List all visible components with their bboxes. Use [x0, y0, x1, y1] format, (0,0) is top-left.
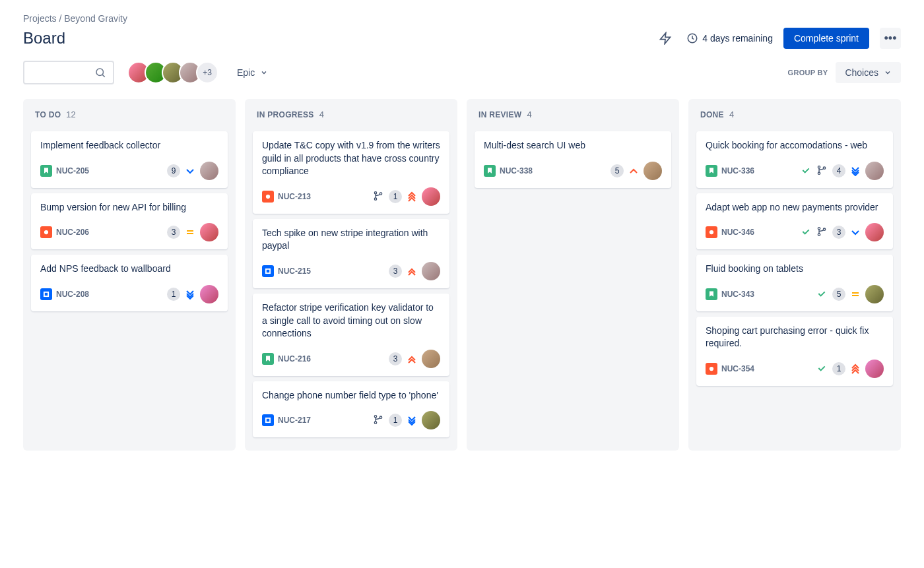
estimate-badge: 3 — [832, 226, 845, 239]
issue-type-icon — [706, 288, 717, 300]
issue-type-icon — [262, 414, 274, 426]
assignee-avatar[interactable] — [200, 162, 218, 180]
column-count: 4 — [527, 110, 531, 119]
assignee-avatar[interactable] — [422, 262, 440, 280]
search-input[interactable] — [23, 61, 114, 84]
priority-icon — [849, 363, 861, 375]
column-count: 4 — [729, 110, 734, 119]
group-by-select[interactable]: Choices — [836, 62, 901, 83]
breadcrumb-projects[interactable]: Projects — [23, 13, 57, 24]
column: IN REVIEW 4 Multi-dest search UI web NUC… — [467, 99, 679, 451]
issue-card[interactable]: Add NPS feedback to wallboard NUC-208 1 — [31, 255, 228, 311]
issue-card[interactable]: Change phone number field type to 'phone… — [253, 381, 449, 438]
card-title: Change phone number field type to 'phone… — [262, 389, 440, 402]
check-icon — [801, 165, 812, 177]
issue-key: NUC-206 — [56, 228, 89, 237]
priority-icon — [184, 165, 196, 177]
card-title: Shoping cart purchasing error - quick fi… — [706, 325, 884, 350]
issue-type-icon — [40, 226, 52, 238]
priority-icon — [406, 191, 418, 203]
issue-key: NUC-336 — [721, 166, 754, 175]
issue-card[interactable]: Bump version for new API for billing NUC… — [31, 193, 228, 250]
more-options-button[interactable]: ••• — [880, 28, 901, 49]
estimate-badge: 1 — [389, 190, 402, 203]
svg-point-9 — [374, 191, 376, 193]
estimate-badge: 3 — [389, 352, 402, 365]
issue-card[interactable]: Multi-dest search UI web NUC-338 5 — [475, 131, 671, 188]
card-title: Tech spike on new stripe integration wit… — [262, 227, 440, 253]
issue-card[interactable]: Tech spike on new stripe integration wit… — [253, 219, 449, 288]
card-title: Implement feedback collector — [40, 139, 218, 152]
column: DONE 4 Quick booking for accomodations -… — [688, 99, 901, 451]
chevron-down-icon — [884, 69, 892, 77]
branch-icon — [373, 414, 385, 426]
svg-marker-0 — [661, 33, 671, 44]
estimate-badge: 5 — [610, 164, 624, 177]
issue-type-icon — [706, 363, 717, 375]
assignee-avatar[interactable] — [200, 285, 218, 303]
estimate-badge: 9 — [167, 164, 180, 177]
priority-icon — [849, 226, 861, 238]
svg-rect-12 — [266, 269, 270, 273]
svg-point-18 — [818, 172, 820, 174]
estimate-badge: 3 — [389, 265, 402, 278]
issue-key: NUC-208 — [56, 290, 89, 299]
complete-sprint-button[interactable]: Complete sprint — [783, 28, 869, 49]
issue-card[interactable]: Implement feedback collector NUC-205 9 — [31, 131, 228, 188]
breadcrumb-project-name[interactable]: Beyond Gravity — [64, 13, 127, 24]
issue-type-icon — [40, 288, 52, 300]
breadcrumb: Projects / Beyond Gravity — [23, 13, 901, 24]
issue-card[interactable]: Shoping cart purchasing error - quick fi… — [696, 317, 893, 386]
column-title: IN REVIEW — [478, 110, 521, 119]
issue-card[interactable]: Fluid booking on tablets NUC-343 5 — [696, 255, 893, 311]
check-icon — [816, 288, 828, 300]
branch-icon — [816, 226, 828, 238]
more-icon: ••• — [884, 32, 897, 46]
check-icon — [801, 226, 812, 238]
issue-card[interactable]: Adapt web app no new payments provider N… — [696, 193, 893, 250]
priority-icon — [184, 226, 196, 238]
svg-rect-7 — [44, 292, 48, 296]
issue-card[interactable]: Quick booking for accomodations - web NU… — [696, 131, 893, 188]
card-title: Adapt web app no new payments provider — [706, 201, 884, 214]
issue-card[interactable]: Refactor stripe verification key validat… — [253, 294, 449, 376]
epic-filter-button[interactable]: Epic — [232, 63, 273, 82]
assignee-avatar[interactable] — [865, 360, 884, 378]
issue-type-icon — [262, 353, 274, 365]
svg-point-21 — [818, 228, 820, 230]
issue-key: NUC-216 — [278, 354, 311, 363]
priority-icon — [184, 288, 196, 300]
check-icon — [816, 363, 828, 375]
card-title: Add NPS feedback to wallboard — [40, 263, 218, 276]
assignee-avatar[interactable] — [422, 411, 440, 429]
svg-point-8 — [266, 195, 270, 199]
assignee-avatar[interactable] — [422, 350, 440, 368]
column-count: 4 — [319, 110, 324, 119]
avatar-more[interactable]: +3 — [196, 61, 218, 84]
assignee-avatar[interactable] — [200, 223, 218, 241]
svg-line-3 — [102, 75, 104, 77]
svg-point-26 — [710, 367, 713, 371]
column: IN PROGRESS 4 Update T&C copy with v1.9 … — [245, 99, 457, 451]
issue-key: NUC-217 — [278, 416, 311, 425]
issue-type-icon — [40, 165, 52, 177]
assignee-avatar[interactable] — [422, 187, 440, 206]
priority-icon — [406, 265, 418, 277]
estimate-badge: 1 — [389, 414, 402, 427]
issue-card[interactable]: Update T&C copy with v1.9 from the write… — [253, 131, 449, 214]
card-title: Multi-dest search UI web — [484, 139, 662, 152]
estimate-badge: 3 — [167, 226, 180, 239]
issue-type-icon — [262, 191, 274, 203]
issue-key: NUC-213 — [278, 192, 311, 201]
svg-rect-13 — [266, 418, 270, 422]
assignee-avatar[interactable] — [865, 285, 884, 303]
column: TO DO 12 Implement feedback collector NU… — [23, 99, 236, 451]
column-count: 12 — [66, 110, 75, 119]
assignee-avatar[interactable] — [865, 162, 884, 180]
issue-key: NUC-346 — [721, 228, 754, 237]
assignee-avatar[interactable] — [644, 162, 662, 180]
svg-point-22 — [818, 234, 820, 236]
automation-button[interactable] — [655, 28, 676, 49]
card-title: Refactor stripe verification key validat… — [262, 301, 440, 340]
assignee-avatar[interactable] — [865, 223, 884, 241]
